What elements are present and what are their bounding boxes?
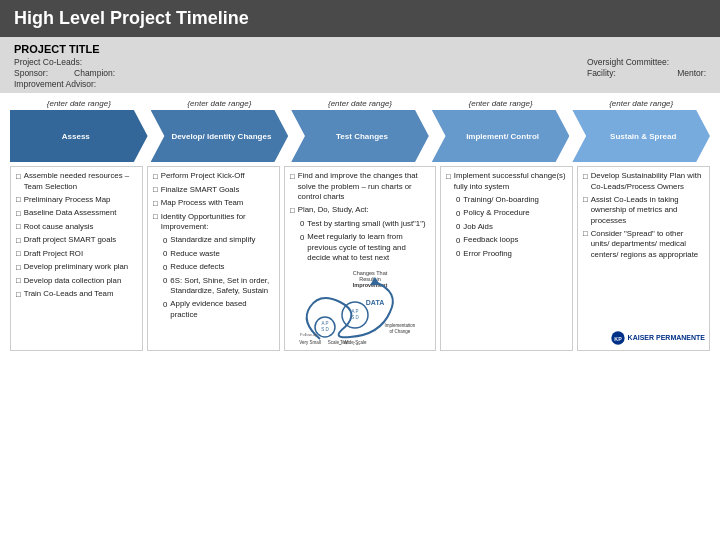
checkbox-icon: □ [153,185,158,196]
checkbox-icon: □ [153,199,158,210]
phase-assess-arrow: Assess [10,110,148,162]
svg-text:DATA: DATA [366,299,384,306]
project-info-bar: PROJECT TITLE Project Co-Leads: Sponsor:… [0,37,720,93]
list-item: 0 Reduce defects [153,262,274,273]
svg-text:A P: A P [351,309,358,314]
checkbox-icon: □ [583,195,588,206]
list-item: 0 Apply evidence based practice [153,299,274,320]
checkbox-icon: □ [16,222,21,233]
bullet-icon: 0 [456,236,460,247]
bullet-icon: 0 [163,276,167,287]
checkbox-icon: □ [446,172,451,183]
list-item: 0 Test by starting small (with just"1") [290,219,430,230]
svg-text:Tests of Change: Tests of Change [339,344,372,345]
list-item: □ Finalize SMART Goals [153,185,274,196]
content-col-1: □ Assemble needed resources – Team Selec… [10,166,143,351]
checkbox-icon: □ [16,195,21,206]
list-item: □ Identity Opportunities for Improvement… [153,212,274,233]
checkbox-icon: □ [16,276,21,287]
list-item: □ Consider "Spread" to other units/ depa… [583,229,704,261]
bullet-icon: 0 [456,249,460,260]
list-item: □ Perform Project Kick-Off [153,171,274,182]
list-item: 0 Reduce waste [153,249,274,260]
list-item: □ Root cause analysis [16,222,137,233]
svg-text:KP: KP [614,336,622,342]
list-item: 0 6S: Sort, Shine, Set in order, Standar… [153,276,274,297]
checkbox-icon: □ [290,206,295,217]
project-sponsor-champion: Sponsor: Champion: [14,68,115,78]
timeline-row: {enter date range} Assess {enter date ra… [10,99,710,162]
phase-develop: {enter date range} Develop/ Identity Cha… [151,99,289,162]
list-item: 0 Standardize and simplify [153,235,274,246]
svg-text:of Change: of Change [390,329,411,334]
list-item: □ Draft project SMART goals [16,235,137,246]
list-item: 0 Meet regularly to learn from previous … [290,232,430,264]
phase-assess: {enter date range} Assess [10,99,148,162]
content-col-4: □ Implement successful change(s) fully i… [440,166,573,351]
checkbox-icon: □ [153,212,158,223]
bullet-icon: 0 [456,209,460,220]
checkbox-icon: □ [16,263,21,274]
list-item: 0 Job Aids [446,222,567,233]
checkbox-icon: □ [16,172,21,183]
checkbox-icon: □ [16,209,21,220]
list-item: □ Train Co-Leads and Team [16,289,137,300]
svg-text:S D: S D [321,327,329,332]
checkbox-icon: □ [16,249,21,260]
page-header: High Level Project Timeline [0,0,720,37]
svg-text:S D: S D [351,315,359,320]
list-item: □ Develop data collection plan [16,276,137,287]
page-title: High Level Project Timeline [14,8,249,28]
checkbox-icon: □ [16,290,21,301]
content-col-5: □ Develop Sustainability Plan with Co-Le… [577,166,710,351]
list-item: □ Develop preliminary work plan [16,262,137,273]
bullet-icon: 0 [163,263,167,274]
list-item: □ Plan, Do, Study, Act: [290,205,430,216]
phase-implement-arrow: Implement/ Control [432,110,570,162]
kaiser-permanente-logo: KP KAISER PERMANENTE [610,330,705,346]
pdsa-diagram: Changes That Result in Improvement A P S… [290,266,430,346]
svg-text:A P: A P [321,321,328,326]
content-section: □ Assemble needed resources – Team Selec… [10,166,710,351]
phase-sustain: {enter date range} Sustain & Spread [572,99,710,162]
list-item: 0 Training/ On-boarding [446,195,567,206]
list-item: □ Develop Sustainability Plan with Co-Le… [583,171,704,192]
bullet-icon: 0 [300,233,304,244]
svg-text:Implementation: Implementation [385,323,416,328]
checkbox-icon: □ [16,236,21,247]
project-co-leads: Project Co-Leads: [14,57,115,67]
phase-test-arrow: Test Changes [291,110,429,162]
list-item: □ Find and improve the changes that solv… [290,171,430,203]
phase-develop-arrow: Develop/ Identity Changes [151,110,289,162]
list-item: □ Assemble needed resources – Team Selec… [16,171,137,192]
checkbox-icon: □ [153,172,158,183]
bullet-icon: 0 [163,300,167,311]
list-item: 0 Error Proofing [446,249,567,260]
list-item: □ Preliminary Process Map [16,195,137,206]
svg-text:Follow-up: Follow-up [300,332,318,337]
content-col-3: □ Find and improve the changes that solv… [284,166,436,351]
list-item: □ Map Process with Team [153,198,274,209]
bullet-icon: 0 [300,219,304,230]
facility: Facility: Mentor: [587,68,706,78]
checkbox-icon: □ [583,172,588,183]
content-col-2: □ Perform Project Kick-Off □ Finalize SM… [147,166,280,351]
bullet-icon: 0 [456,222,460,233]
svg-text:Very Small: Very Small [299,340,321,345]
list-item: 0 Policy & Procedure [446,208,567,219]
bullet-icon: 0 [163,236,167,247]
bullet-icon: 0 [163,249,167,260]
list-item: □ Implement successful change(s) fully i… [446,171,567,192]
phase-test: {enter date range} Test Changes [291,99,429,162]
project-improvement-advisor: Improvement Advisor: [14,79,115,89]
list-item: □ Draft Project ROI [16,249,137,260]
kp-name: KAISER PERMANENTE [628,333,705,342]
phase-sustain-arrow: Sustain & Spread [572,110,710,162]
checkbox-icon: □ [290,172,295,183]
bullet-icon: 0 [456,195,460,206]
kp-logo-icon: KP [610,330,626,346]
project-title: PROJECT TITLE [14,43,706,55]
phase-implement: {enter date range} Implement/ Control [432,99,570,162]
checkbox-icon: □ [583,229,588,240]
list-item: 0 Feedback loops [446,235,567,246]
